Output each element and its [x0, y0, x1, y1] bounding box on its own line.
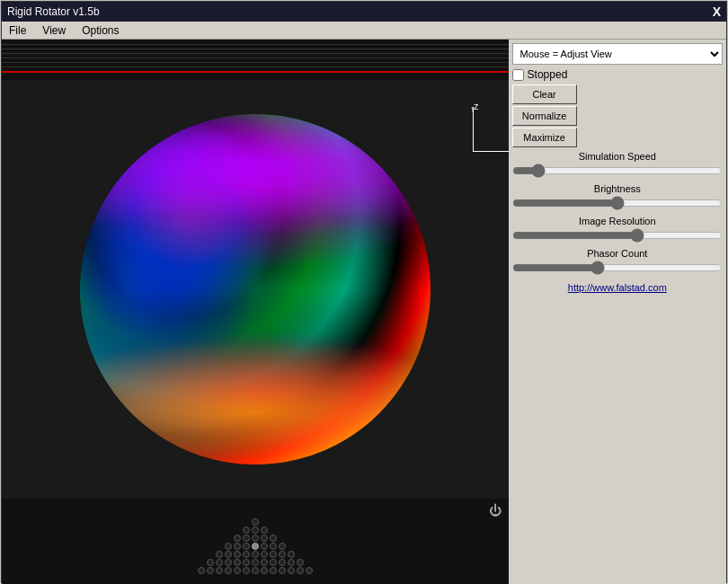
dot: [279, 567, 286, 574]
dot: [243, 543, 250, 550]
bottom-panel: ⏻: [2, 499, 509, 584]
dot: [207, 559, 214, 566]
dot: [252, 551, 259, 558]
dot: [261, 543, 268, 550]
dot: [243, 567, 250, 574]
menu-bar: File View Options: [2, 22, 726, 40]
image-resolution-slider[interactable]: [512, 228, 723, 243]
axis-horizontal-line: [473, 151, 509, 152]
mouse-mode-select[interactable]: Mouse = Adjust View Mouse = Rotate Mouse…: [512, 43, 723, 65]
dot: [279, 551, 286, 558]
phasor-count-row: Phasor Count: [512, 246, 723, 277]
website-link[interactable]: http://www.falstad.com: [512, 279, 723, 296]
title-bar-title: Rigid Rotator v1.5b: [7, 5, 100, 18]
dot: [216, 551, 223, 558]
viewport[interactable]: z → ↑: [2, 80, 509, 499]
sphere-visualization: [80, 114, 431, 465]
title-bar: Rigid Rotator v1.5b X: [2, 2, 726, 22]
dot: [234, 559, 241, 566]
dot: [225, 551, 232, 558]
dot: [216, 559, 223, 566]
dot: [216, 567, 223, 574]
simulation-speed-label: Simulation Speed: [512, 151, 723, 162]
dot: [261, 535, 268, 542]
dot: [261, 559, 268, 566]
main-content: z → ↑ ⏻: [2, 40, 726, 584]
dot: [279, 543, 286, 550]
canvas-area: z → ↑ ⏻: [2, 40, 509, 584]
dot: [252, 526, 259, 534]
image-resolution-label: Image Resolution: [512, 216, 723, 226]
brightness-slider[interactable]: [512, 196, 723, 210]
brightness-label: Brightness: [512, 183, 723, 194]
dot: [234, 551, 241, 558]
stopped-checkbox[interactable]: [512, 69, 524, 81]
dot: [234, 543, 241, 550]
dot: [207, 567, 214, 574]
right-panel: Mouse = Adjust View Mouse = Rotate Mouse…: [509, 40, 726, 584]
clock-icon: ⏻: [489, 503, 502, 518]
dot: [252, 559, 259, 566]
dot: [198, 567, 205, 574]
dots-pattern: [198, 518, 313, 575]
clear-button[interactable]: Clear: [512, 84, 577, 104]
dot: [225, 559, 232, 566]
dot: [306, 567, 313, 574]
dot: [243, 526, 250, 534]
dot: [270, 535, 277, 542]
dot: [297, 559, 304, 566]
red-line: [2, 71, 509, 73]
stopped-label[interactable]: Stopped: [528, 68, 568, 81]
dot: [270, 543, 277, 550]
phasor-count-slider[interactable]: [512, 261, 723, 275]
dot-highlight: [252, 543, 259, 550]
close-button[interactable]: X: [713, 4, 721, 19]
dot: [270, 567, 277, 574]
mouse-mode-dropdown-wrapper: Mouse = Adjust View Mouse = Rotate Mouse…: [512, 43, 723, 65]
dot: [252, 567, 259, 574]
dot: [252, 535, 259, 542]
stopped-row: Stopped: [512, 66, 723, 83]
dot: [243, 551, 250, 558]
dot: [288, 567, 295, 574]
dot: [234, 535, 241, 542]
dot: [288, 551, 295, 558]
menu-view[interactable]: View: [39, 23, 69, 38]
dot: [297, 567, 304, 574]
top-strip: [2, 40, 509, 80]
phasor-count-label: Phasor Count: [512, 248, 723, 259]
menu-options[interactable]: Options: [78, 23, 122, 38]
dot: [270, 551, 277, 558]
maximize-button[interactable]: Maximize: [512, 128, 577, 147]
dot: [225, 543, 232, 550]
image-resolution-row: Image Resolution: [512, 214, 723, 244]
dot: [252, 518, 259, 526]
dot: [270, 559, 277, 566]
normalize-button[interactable]: Normalize: [512, 106, 577, 126]
dot: [261, 526, 268, 534]
dot: [243, 559, 250, 566]
dot: [225, 567, 232, 574]
app-window: Rigid Rotator v1.5b X File View Options: [1, 1, 727, 583]
simulation-speed-row: Simulation Speed: [512, 149, 723, 180]
arrow-up-icon: ↑: [470, 104, 475, 114]
menu-file[interactable]: File: [5, 23, 30, 38]
dot: [234, 567, 241, 574]
simulation-speed-slider[interactable]: [512, 164, 723, 178]
dot: [279, 559, 286, 566]
dot: [243, 535, 250, 542]
brightness-row: Brightness: [512, 181, 723, 212]
dot: [261, 551, 268, 558]
dot: [261, 567, 268, 574]
dot: [288, 559, 295, 566]
